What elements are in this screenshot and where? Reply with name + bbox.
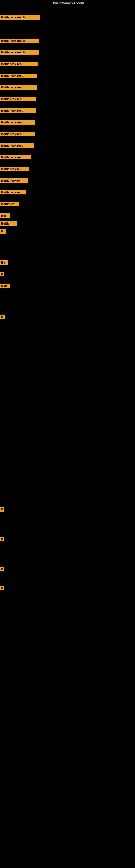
- bottleneck-item: B: [0, 315, 5, 319]
- bottleneck-item: Bottleneck re: [0, 167, 29, 171]
- bottleneck-item: B: [0, 537, 4, 541]
- bottleneck-item: Bottleneck resu: [0, 73, 37, 78]
- bottleneck-item: Bottleneck resu: [0, 85, 37, 90]
- bottleneck-item: Bottleneck result: [0, 38, 39, 43]
- bottleneck-item: Bottleneck result: [0, 50, 39, 55]
- bottleneck-item: B: [0, 586, 4, 590]
- bottleneck-item: Bottleneck resu: [0, 144, 34, 148]
- bottleneck-item: Bottleneck re: [0, 179, 28, 183]
- bottleneck-item: Bottleneck resu: [0, 132, 35, 136]
- bottleneck-item: B: [0, 507, 4, 512]
- bottleneck-item: Bottlenec: [0, 202, 19, 206]
- bottleneck-item: B: [0, 567, 4, 571]
- bottleneck-item: Bott: [0, 284, 10, 288]
- bottleneck-item: Bo: [0, 260, 8, 265]
- bottleneck-item: Bot: [0, 214, 10, 218]
- bottleneck-item: Bottleneck re: [0, 190, 26, 194]
- bottleneck-item: B: [0, 229, 6, 234]
- bottleneck-item: Bottleneck resu: [0, 97, 36, 101]
- bottleneck-item: Bottleneck result: [0, 15, 40, 20]
- bottleneck-item: Bottleneck resu: [0, 108, 36, 113]
- bottleneck-item: Bottleneck res: [0, 155, 31, 159]
- bottleneck-item: Bottleneck resu: [0, 120, 35, 124]
- bottleneck-item: B: [0, 272, 4, 276]
- bottleneck-item: Bottleneck resu: [0, 62, 38, 66]
- bottleneck-item: Bottlen: [0, 221, 17, 226]
- site-title: TheBottlenecker.com: [0, 0, 135, 6]
